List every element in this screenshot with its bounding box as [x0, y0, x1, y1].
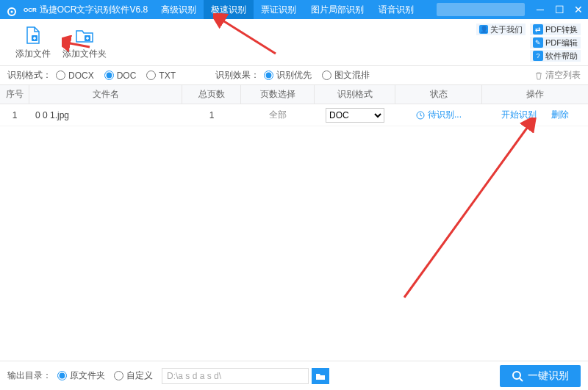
- th-filename: 文件名: [29, 85, 182, 104]
- app-title: 迅捷OCR文字识别软件V6.8: [40, 4, 154, 16]
- options-bar: 识别格式： DOCX DOC TXT 识别效果： 识别优先 图文混排 清空列表: [0, 66, 588, 85]
- output-path-input[interactable]: [162, 368, 309, 384]
- th-total-pages: 总页数: [182, 85, 241, 104]
- right-panel: 👤关于我们 ⇄PDF转换 ✎PDF编辑 ?软件帮助: [476, 24, 581, 62]
- tab-partial[interactable]: 图片局部识别: [304, 0, 371, 19]
- format-docx-radio[interactable]: DOCX: [56, 71, 94, 81]
- table-body: 1 0 0 1.jpg 1 全部 DOC 待识别... 开始识别 删除: [0, 104, 588, 341]
- trash-icon: [534, 71, 543, 80]
- pdf-edit-button[interactable]: ✎PDF编辑: [530, 37, 581, 48]
- cell-pages: 1: [182, 110, 241, 120]
- user-badge[interactable]: [437, 3, 525, 16]
- cell-format: DOC: [315, 108, 395, 123]
- th-format: 识别格式: [315, 85, 395, 104]
- maximize-button[interactable]: ☐: [550, 0, 569, 19]
- table-header: 序号 文件名 总页数 页数选择 识别格式 状态 操作: [0, 85, 588, 104]
- output-label: 输出目录：: [7, 369, 51, 382]
- file-add-icon: [23, 25, 43, 46]
- cell-ops: 开始识别 删除: [482, 109, 588, 121]
- add-folder-label: 添加文件夹: [62, 48, 107, 60]
- cell-index: 1: [0, 110, 29, 120]
- footer-bar: 输出目录： 原文件夹 自定义 一键识别: [0, 361, 588, 390]
- tab-ticket[interactable]: 票证识别: [254, 0, 304, 19]
- output-original-radio[interactable]: 原文件夹: [57, 369, 105, 382]
- format-label: 识别格式：: [7, 69, 51, 82]
- effect-label: 识别效果：: [215, 69, 259, 82]
- svg-point-1: [11, 11, 13, 13]
- user-icon: 👤: [479, 25, 488, 34]
- start-recognize-link[interactable]: 开始识别: [501, 109, 537, 121]
- format-doc-radio[interactable]: DOC: [104, 71, 137, 81]
- tab-advanced[interactable]: 高级识别: [154, 0, 204, 19]
- folder-icon: [315, 371, 326, 381]
- output-custom-radio[interactable]: 自定义: [114, 369, 153, 382]
- edit-icon: ✎: [533, 37, 543, 48]
- th-status: 状态: [395, 85, 482, 104]
- effect-mixed-radio[interactable]: 图文混排: [322, 69, 370, 82]
- tab-fast[interactable]: 极速识别: [204, 0, 254, 19]
- th-page-select: 页数选择: [241, 85, 315, 104]
- soft-help-button[interactable]: ?软件帮助: [530, 50, 581, 62]
- logo-text: OCR: [24, 7, 37, 13]
- add-file-button[interactable]: 添加文件: [7, 22, 59, 63]
- table-row[interactable]: 1 0 0 1.jpg 1 全部 DOC 待识别... 开始识别 删除: [0, 104, 588, 126]
- folder-add-icon: [74, 25, 95, 46]
- app-logo: [3, 1, 21, 18]
- convert-icon: ⇄: [533, 24, 543, 35]
- close-button[interactable]: ✕: [569, 0, 588, 19]
- cell-status: 待识别...: [395, 109, 482, 121]
- browse-button[interactable]: [312, 368, 329, 384]
- add-file-label: 添加文件: [15, 48, 51, 60]
- cell-filename: 0 0 1.jpg: [29, 110, 182, 120]
- pdf-convert-button[interactable]: ⇄PDF转换: [530, 24, 581, 35]
- th-index: 序号: [0, 85, 29, 104]
- main-tabs: 高级识别 极速识别 票证识别 图片局部识别 语音识别: [154, 0, 421, 19]
- tab-voice[interactable]: 语音识别: [371, 0, 421, 19]
- cell-page-select[interactable]: 全部: [241, 109, 315, 121]
- clear-list-button[interactable]: 清空列表: [534, 69, 581, 82]
- run-recognize-button[interactable]: 一键识别: [500, 365, 581, 387]
- add-folder-button[interactable]: 添加文件夹: [59, 22, 110, 63]
- svg-point-5: [513, 372, 520, 379]
- title-bar: OCR 迅捷OCR文字识别软件V6.8 高级识别 极速识别 票证识别 图片局部识…: [0, 0, 588, 19]
- toolbar: 添加文件 添加文件夹 👤关于我们 ⇄PDF转换 ✎PDF编辑 ?软件帮助: [0, 19, 588, 66]
- help-icon: ?: [533, 51, 543, 61]
- format-select[interactable]: DOC: [326, 108, 384, 123]
- effect-priority-radio[interactable]: 识别优先: [264, 69, 312, 82]
- about-button[interactable]: 👤关于我们: [476, 24, 526, 35]
- minimize-button[interactable]: ─: [531, 0, 550, 19]
- delete-link[interactable]: 删除: [551, 109, 569, 121]
- search-icon: [512, 370, 523, 382]
- format-txt-radio[interactable]: TXT: [146, 71, 176, 81]
- th-operations: 操作: [482, 85, 588, 104]
- clock-icon: [416, 111, 425, 120]
